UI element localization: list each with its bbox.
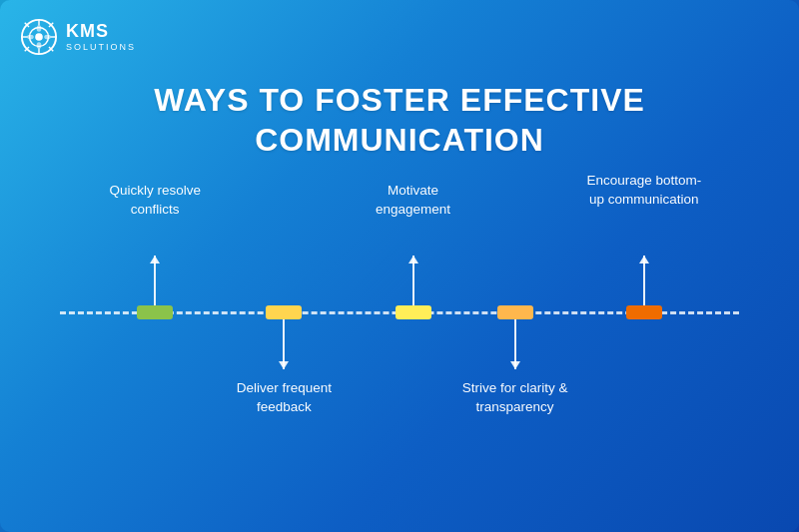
arrowhead-3 [408,256,418,264]
label-2: Deliver frequentfeedback [237,379,332,417]
title-line2: COMMUNICATION [255,122,544,158]
title-line1: WAYS TO FOSTER EFFECTIVE [154,82,645,118]
label-4: Strive for clarity &transparency [462,379,568,417]
logo-sub: SOLUTIONS [66,42,136,52]
arrowhead-5 [639,256,649,264]
svg-point-11 [37,25,42,32]
arrowhead-2 [279,361,289,369]
logo: KMS SOLUTIONS [20,18,136,56]
marker-2 [266,305,302,319]
label-1: Quickly resolveconflicts [109,182,201,220]
svg-point-12 [37,42,42,49]
arrow-4 [514,319,516,369]
arrow-2 [283,319,285,369]
arrowhead-1 [150,256,160,264]
arrowhead-4 [510,361,520,369]
marker-5 [626,305,662,319]
label-3: Motivateengagement [376,182,450,220]
arrow-5 [643,256,645,305]
marker-1 [137,305,173,319]
arrow-3 [412,256,414,305]
marker-4 [497,305,533,319]
label-5: Encourage bottom-up communication [586,172,701,210]
logo-icon [20,18,58,56]
logo-name: KMS [66,22,136,42]
logo-text-group: KMS SOLUTIONS [66,22,136,52]
svg-point-14 [44,35,51,40]
marker-3 [396,305,431,319]
svg-point-13 [27,35,34,40]
title-section: WAYS TO FOSTER EFFECTIVE COMMUNICATION [0,80,799,160]
arrow-1 [154,256,156,305]
svg-point-10 [35,33,43,41]
main-title: WAYS TO FOSTER EFFECTIVE COMMUNICATION [0,80,799,160]
